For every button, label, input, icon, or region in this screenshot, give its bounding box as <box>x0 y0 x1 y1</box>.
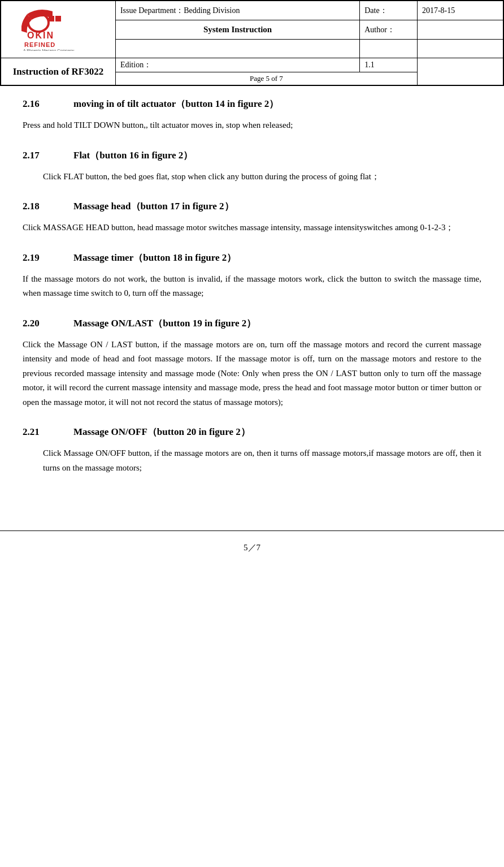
edition-label-cell: Edition： <box>115 58 359 72</box>
section-218-body: Click MASSAGE HEAD button, head massage … <box>23 221 481 235</box>
date-label: Date： <box>364 6 387 15</box>
section-216-title: moving in of tilt actuator（button 14 in … <box>73 97 279 110</box>
svg-text:OKIN: OKIN <box>27 31 54 40</box>
header-table: OKIN REFINED A Phoenix Mecano Company Is… <box>0 0 504 86</box>
page-footer: 5／7 <box>0 530 504 559</box>
section-218: 2.18 Massage head（button 17 in figure 2）… <box>23 200 481 235</box>
section-218-text: Click MASSAGE HEAD button, head massage … <box>23 221 481 235</box>
author-label: Author： <box>364 25 395 34</box>
section-217-number: 2.17 <box>23 150 68 161</box>
section-219-heading: 2.19 Massage timer（button 18 in figure 2… <box>23 251 481 264</box>
section-218-heading: 2.18 Massage head（button 17 in figure 2） <box>23 200 481 213</box>
section-219: 2.19 Massage timer（button 18 in figure 2… <box>23 251 481 301</box>
svg-text:A Phoenix Mecano Company: A Phoenix Mecano Company <box>23 49 75 51</box>
section-221-body: Click Massage ON/OFF button, if the mass… <box>23 446 481 475</box>
svg-text:REFINED: REFINED <box>24 41 55 48</box>
issue-label: Issue Department： <box>120 6 184 15</box>
date-value-cell: 2017-8-15 <box>417 1 503 20</box>
section-219-body: If the massage motors do not work, the b… <box>23 272 481 301</box>
section-219-text: If the massage motors do not work, the b… <box>23 272 481 301</box>
page-info: Page 5 of 7 <box>250 74 283 83</box>
date-label-cell: Date： <box>360 1 418 20</box>
logo-svg: OKIN REFINED A Phoenix Mecano Company <box>21 6 95 51</box>
content-area: 2.16 moving in of tilt actuator（button 1… <box>0 86 504 508</box>
section-218-number: 2.18 <box>23 201 68 212</box>
section-220-body: Click the Massage ON / LAST button, if t… <box>23 338 481 410</box>
svg-rect-2 <box>49 16 54 21</box>
page-info-cell: Page 5 of 7 <box>115 72 417 86</box>
edition-value: 1.1 <box>364 61 375 69</box>
doc-title-cell: Instruction of RF3022 <box>1 58 115 86</box>
header-row-4: Instruction of RF3022 Edition： 1.1 <box>1 58 503 72</box>
author-label-cell: Author： <box>360 20 418 40</box>
section-220-title: Massage ON/LAST（button 19 in figure 2） <box>73 317 256 330</box>
section-221-heading: 2.21 Massage ON/OFF（button 20 in figure … <box>23 425 481 438</box>
section-220-text: Click the Massage ON / LAST button, if t… <box>23 338 481 410</box>
footer-page-number: 5／7 <box>244 543 260 552</box>
section-219-title: Massage timer（button 18 in figure 2） <box>73 251 236 264</box>
section-218-title-suffix: （button 17 in figure 2） <box>131 201 234 212</box>
section-216-text: Press and hold TILT DOWN button,, tilt a… <box>23 118 481 133</box>
section-220-heading: 2.20 Massage ON/LAST（button 19 in figure… <box>23 317 481 330</box>
doc-title: Instruction of RF3022 <box>13 66 104 77</box>
section-221-title-main: Massage ON/OFF <box>73 426 147 437</box>
section-219-number: 2.19 <box>23 252 68 264</box>
page-wrapper: OKIN REFINED A Phoenix Mecano Company Is… <box>0 0 504 867</box>
author-value-cell <box>417 20 503 40</box>
section-217-title-main: Flat <box>73 150 90 161</box>
section-218-title-main: Massage head <box>73 201 131 212</box>
section-221-text: Click Massage ON/OFF button, if the mass… <box>43 446 481 475</box>
section-216-heading: 2.16 moving in of tilt actuator（button 1… <box>23 97 481 110</box>
system-instruction-cell: System Instruction <box>115 20 359 40</box>
section-220-title-suffix: （button 19 in figure 2） <box>153 318 256 329</box>
section-217-heading: 2.17 Flat（button 16 in figure 2） <box>23 149 481 162</box>
section-217: 2.17 Flat（button 16 in figure 2） Click F… <box>23 149 481 184</box>
svg-rect-3 <box>55 16 61 21</box>
section-219-title-main: Massage timer <box>73 252 133 263</box>
section-221-title: Massage ON/OFF（button 20 in figure 2） <box>73 425 250 438</box>
header-blank-2 <box>360 40 418 58</box>
header-row-1: OKIN REFINED A Phoenix Mecano Company Is… <box>1 1 503 20</box>
section-220: 2.20 Massage ON/LAST（button 19 in figure… <box>23 317 481 410</box>
section-217-body: Click FLAT button, the bed goes flat, st… <box>23 170 481 184</box>
system-instruction-label: System Instruction <box>203 25 272 34</box>
section-216-body: Press and hold TILT DOWN button,, tilt a… <box>23 118 481 133</box>
section-218-title: Massage head（button 17 in figure 2） <box>73 200 234 213</box>
section-216-title-main: moving in of tilt actuator <box>73 98 176 109</box>
date-value: 2017-8-15 <box>422 6 455 15</box>
issue-dept-cell: Issue Department：Bedding Division <box>115 1 359 20</box>
header-blank-3 <box>417 40 503 58</box>
section-221: 2.21 Massage ON/OFF（button 20 in figure … <box>23 425 481 475</box>
edition-label: Edition： <box>120 61 151 69</box>
section-216: 2.16 moving in of tilt actuator（button 1… <box>23 97 481 133</box>
section-216-title-suffix: （button 14 in figure 2） <box>176 98 279 109</box>
section-221-number: 2.21 <box>23 426 68 438</box>
header-blank-1 <box>115 40 359 58</box>
section-217-title-suffix: （button 16 in figure 2） <box>90 150 193 161</box>
section-220-number: 2.20 <box>23 318 68 329</box>
section-221-title-suffix: （button 20 in figure 2） <box>147 426 250 437</box>
section-220-title-main: Massage ON/LAST <box>73 318 153 329</box>
issue-dept-value: Bedding Division <box>184 6 240 15</box>
section-219-title-suffix: （button 18 in figure 2） <box>133 252 236 263</box>
edition-value-cell: 1.1 <box>360 58 418 72</box>
logo-cell: OKIN REFINED A Phoenix Mecano Company <box>1 1 115 58</box>
section-217-title: Flat（button 16 in figure 2） <box>73 149 193 162</box>
svg-point-1 <box>33 18 44 28</box>
section-217-text: Click FLAT button, the bed goes flat, st… <box>43 170 481 184</box>
section-216-number: 2.16 <box>23 98 68 110</box>
